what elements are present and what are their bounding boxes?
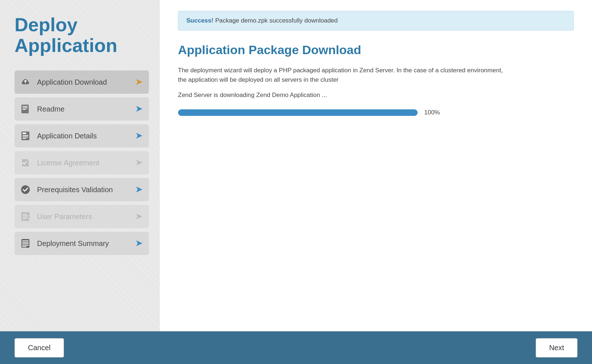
sidebar-title: DeployApplication [15,15,149,56]
sidebar-steps: Application Download ➤ Readme ➤ [15,70,149,255]
readme-icon [19,102,32,116]
progress-bar-fill [178,109,418,116]
sidebar-item-readme[interactable]: Readme ➤ [15,97,149,121]
success-text: Package demo.zpk successfully downloaded [215,17,337,24]
app-details-icon [19,129,32,142]
progress-percent: 100% [424,109,442,116]
sidebar-item-user-params: User Parameters ➤ [15,205,149,228]
content-area: Success! Package demo.zpk successfully d… [160,0,592,331]
license-icon [19,156,32,169]
svg-rect-10 [21,212,29,221]
sidebar-item-readme-label: Readme [37,105,133,113]
chevron-icon-prereq: ➤ [133,184,145,195]
svg-rect-15 [22,245,29,246]
svg-rect-5 [23,133,26,134]
sidebar-item-app-download-label: Application Download [37,78,133,86]
svg-rect-6 [23,135,28,136]
sidebar-item-license: License Agreement ➤ [15,151,149,174]
sidebar-item-prereq[interactable]: Prerequisites Validation ➤ [15,178,149,201]
chevron-icon-readme: ➤ [133,103,145,115]
cancel-button[interactable]: Cancel [15,338,64,357]
svg-rect-12 [22,240,29,241]
sidebar-item-app-details-label: Application Details [37,132,133,140]
sidebar-item-prereq-label: Prerequisites Validation [37,186,133,194]
deployment-summary-icon [19,237,32,250]
svg-rect-2 [23,108,28,108]
footer: Cancel Next [0,331,592,364]
chevron-icon-app-details: ➤ [133,130,145,142]
sidebar-item-deployment-summary[interactable]: Deployment Summary ➤ [15,232,149,255]
chevron-icon-license: ➤ [133,157,145,169]
svg-rect-7 [23,137,28,137]
success-banner: Success! Package demo.zpk successfully d… [178,11,574,31]
sidebar-item-app-download[interactable]: Application Download ➤ [15,70,149,94]
content-title: Application Package Download [178,43,574,57]
chevron-icon-user-params: ➤ [133,211,145,222]
sidebar: DeployApplication Application Download ➤ [0,0,160,331]
svg-rect-8 [23,138,26,139]
user-params-icon [19,210,32,223]
svg-rect-13 [22,242,29,243]
checkmark-icon [19,183,32,196]
progress-container: 100% [178,109,574,116]
cloud-upload-icon [19,76,32,89]
svg-rect-14 [22,243,29,244]
sidebar-item-app-details[interactable]: Application Details ➤ [15,124,149,147]
chevron-icon-app-download: ➤ [133,76,145,88]
svg-rect-16 [22,246,27,247]
svg-point-9 [21,185,30,194]
sidebar-item-deployment-summary-label: Deployment Summary [37,239,133,248]
chevron-icon-deployment-summary: ➤ [133,238,145,249]
next-button[interactable]: Next [536,338,577,357]
svg-rect-3 [23,109,26,110]
download-status: Zend Server is downloading Zend Demo App… [178,92,574,99]
progress-bar-bg [178,109,418,116]
content-description: The deployment wizard will deploy a PHP … [178,66,505,84]
svg-rect-1 [23,106,28,107]
sidebar-item-license-label: License Agreement [37,159,133,167]
success-bold: Success! [186,17,214,24]
sidebar-item-user-params-label: User Parameters [37,213,133,221]
